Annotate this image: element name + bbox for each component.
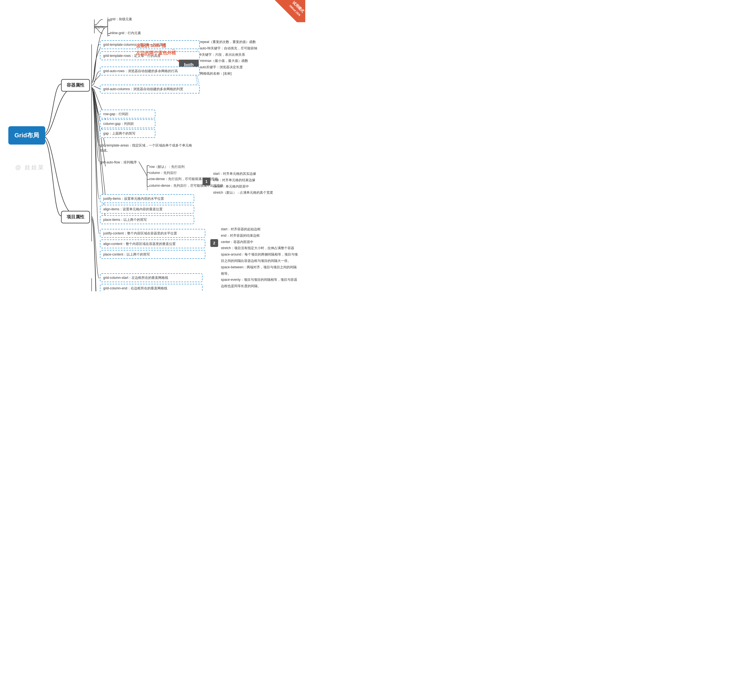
item-col-start-box: grid-column-start：左边框所在的垂直网格线 bbox=[100, 273, 203, 282]
badge-2: 2 bbox=[210, 239, 218, 247]
container-category: 容器属性 bbox=[61, 79, 90, 92]
align-items-box: align-items：设置单元格内容的垂直位置 bbox=[100, 205, 194, 214]
badge1-items: start：对齐单元格的其实边缘 end：对齐单元格的结束边缘 center：单… bbox=[213, 171, 273, 196]
display-grid: grid：块级元素 bbox=[110, 17, 132, 21]
place-content-box: place-content：以上两个的简写 bbox=[100, 250, 205, 259]
autoflow-column-dense: column-dense：先列后行，尽可能填满不出现空格 bbox=[149, 183, 223, 188]
display-bracket bbox=[108, 17, 108, 37]
gap-box: gap：上面两个的简写 bbox=[100, 129, 155, 138]
trial-badge: 试用模式 XMind ZEN bbox=[272, 0, 305, 22]
mind-map: 试用模式 XMind ZEN Grid布局 bbox=[0, 0, 305, 277]
display-inline-grid: inline-grid：行内元素 bbox=[110, 31, 141, 35]
align-content-box: align-content：整个内容区域在容器里的垂直位置 bbox=[100, 240, 205, 248]
autoflow-column: column：先列后行 bbox=[149, 170, 177, 175]
display-line2 bbox=[108, 33, 110, 34]
grid-auto-columns-box: grid-auto-columns：浏览器自动创建的多余网格的列宽 bbox=[100, 85, 200, 93]
column-gap-box: column-gap：列间距 bbox=[100, 119, 155, 128]
autoflow-row: row（默认）：先行后列 bbox=[149, 164, 185, 169]
center-node: Grid布局 bbox=[8, 126, 45, 145]
justify-items-box: justify-items：设置单元格内容的水平位置 bbox=[100, 194, 194, 203]
justify-content-box: justify-content：整个内容区域在容器里的水平位置 bbox=[100, 229, 205, 238]
svg-line-17 bbox=[139, 162, 147, 176]
autoflow-bracket bbox=[147, 165, 148, 190]
grid-template-areas: grid-template-areas：指定区域，一个区域由单个或多个单元格组成… bbox=[100, 143, 194, 153]
badge2-items: start：对齐容器的起始边框 end：对齐容器的结束边框 center：容器内… bbox=[221, 226, 299, 289]
grid-auto-rows-box: grid-auto-rows：浏览器自动创建的多余网格的行高 bbox=[100, 67, 200, 75]
place-items-box: place-items：以上两个的简写 bbox=[100, 215, 194, 224]
badge-1: 1 bbox=[203, 177, 210, 185]
item-col-end-box: grid-column-end：右边框所在的垂直网格线 bbox=[100, 284, 203, 291]
row-gap-box: row-gap：行间距 bbox=[100, 110, 155, 118]
display-line1 bbox=[108, 20, 110, 21]
both-right-items: repeat（重复的次数，重复的值）函数 auto-fill关键字：自动填充，尽… bbox=[200, 39, 257, 77]
item-category: 项目属性 bbox=[61, 211, 90, 223]
grid-auto-flow-label: grid-auto-flow：排列顺序 bbox=[100, 160, 137, 165]
watermark: @ 娃娃菜 bbox=[15, 164, 45, 171]
display-label: display bbox=[94, 24, 105, 29]
annotation-text: 这里的 both 指 左边的两个蓝色外框 bbox=[136, 42, 176, 56]
